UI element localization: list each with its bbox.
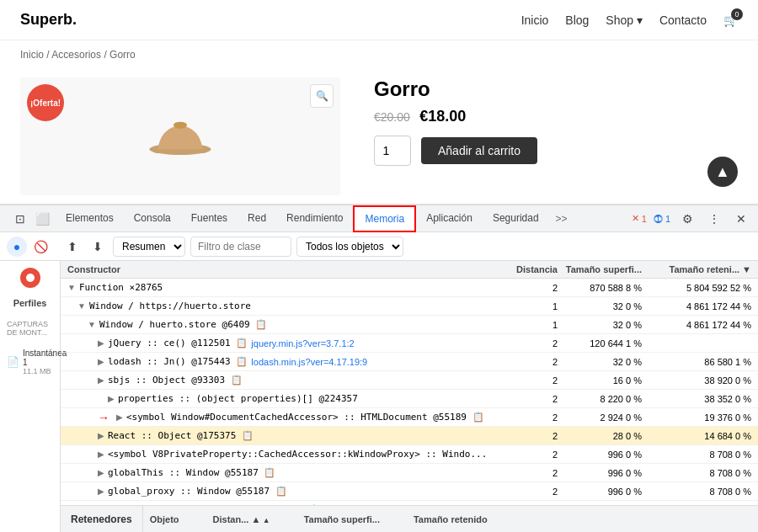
objects-select[interactable]: Todos los objetos	[296, 237, 403, 257]
devtools-device-icon[interactable]: ⬜	[32, 209, 52, 229]
retained-size-cell: 14 684 0 %	[642, 431, 751, 441]
nav-inicio[interactable]: Inicio	[521, 13, 549, 27]
tree-expand-icon[interactable]: ▶	[98, 357, 104, 366]
tree-expand-icon[interactable]: ▶	[98, 487, 104, 496]
tree-expand-icon[interactable]: ▶	[108, 394, 115, 403]
row-name: properties :: (object properties)[] @224…	[118, 393, 358, 404]
bottom-col-distance: Distan... ▲	[213, 514, 270, 524]
constructor-cell: ▶properties :: (object properties)[] @22…	[67, 393, 490, 404]
row-name: <symbol V8PrivateProperty::CachedAccesso…	[108, 449, 487, 460]
table-row[interactable]: ▶sbjs :: Object @93303 📋216 0 %38 920 0 …	[61, 371, 758, 390]
record-heap-button[interactable]: ●	[7, 237, 27, 257]
tab-elementos[interactable]: Elementos	[56, 205, 124, 232]
shop-chevron-icon: ▾	[637, 13, 643, 27]
snapshot-item[interactable]: 📄 Instantánea 1 11.1 MB	[0, 345, 60, 379]
add-to-cart-button[interactable]: Añadir al carrito	[421, 137, 537, 164]
table-row[interactable]: ▶<symbol V8PrivateProperty::CachedAccess…	[61, 445, 758, 464]
hat-image	[147, 115, 214, 157]
more-options-icon[interactable]: ⋮	[704, 209, 724, 229]
settings-gear-icon[interactable]: ⚙	[677, 209, 697, 229]
distance-cell: 2	[490, 431, 558, 441]
row-name: Window / https://huerto.store	[89, 301, 251, 311]
more-tabs-button[interactable]: >>	[549, 213, 574, 225]
tab-memoria[interactable]: Memoria	[353, 205, 416, 232]
tab-rendimiento[interactable]: Rendimiento	[276, 205, 353, 232]
retained-size-cell: 4 861 172 44 %	[642, 301, 751, 311]
class-filter-input[interactable]	[190, 237, 291, 257]
row-name: sbjs :: Object @93303 📋	[108, 375, 243, 386]
table-row[interactable]: →▶<symbol Window#DocumentCachedAccessor>…	[61, 408, 758, 427]
scroll-top-button[interactable]: ▲	[707, 157, 738, 187]
tree-expand-icon[interactable]: ▶	[98, 450, 104, 459]
clear-button[interactable]: 🚫	[30, 237, 51, 257]
col-retained-size: Tamaño reteni... ▼	[642, 264, 751, 274]
toolbar-action-icons: ● 🚫	[7, 237, 51, 257]
tab-consola[interactable]: Consola	[124, 205, 181, 232]
row-source-link[interactable]: lodash.min.js?ver=4.17.19:9	[251, 357, 367, 367]
download-icon[interactable]: ⬇	[88, 237, 108, 257]
product-info: Gorro €20.00 €18.00 Añadir al carrito	[374, 77, 738, 166]
devtools-side-panel: Perfiles CAPTURAS DE MONT... 📄 Instantán…	[0, 261, 61, 532]
image-search-button[interactable]: 🔍	[310, 84, 334, 108]
devtools-main-panel: Constructor Distancia Tamaño superfi... …	[61, 261, 758, 532]
row-source-link[interactable]: jquery.min.js?ver=3.7.1:2	[251, 338, 354, 348]
table-row[interactable]: ▶properties :: (object properties)[] @22…	[61, 390, 758, 408]
surface-size-cell: 120 644 1 %	[558, 338, 642, 348]
table-row[interactable]: ▶global_proxy :: Window @55187 📋2996 0 %…	[61, 482, 758, 501]
retained-size-cell: 5 804 592 52 %	[642, 283, 751, 293]
table-row[interactable]: ▼Function ×287652870 588 8 %5 804 592 52…	[61, 279, 758, 297]
take-snapshot-button[interactable]	[20, 268, 40, 288]
table-row[interactable]: ▶lodash :: Jn() @175443 📋 lodash.min.js?…	[61, 353, 758, 371]
constructor-cell: ▶React :: Object @175375 📋	[67, 430, 490, 441]
table-row[interactable]: ▼Window / https://huerto.store132 0 %4 8…	[61, 297, 758, 316]
constructor-cell: ▶sbjs :: Object @93303 📋	[67, 375, 490, 386]
constructor-cell: ▼Window / https://huerto.store	[67, 301, 490, 311]
nav-blog[interactable]: Blog	[565, 13, 589, 27]
tab-aplicacion[interactable]: Aplicación	[416, 205, 483, 232]
constructor-cell: ▶global_proxy :: Window @55187 📋	[67, 486, 490, 497]
devtools-right-controls: ✕ 1 ⓵ 1 ⚙ ⋮ ✕	[632, 209, 751, 229]
retained-size-cell: 8 708 0 %	[642, 468, 751, 478]
constructor-cell: ▶globalThis :: Window @55187 📋	[67, 467, 490, 478]
table-row[interactable]: ▼Window / huerto.store @6409 📋132 0 %4 8…	[61, 316, 758, 334]
tree-expand-icon[interactable]: ▶	[98, 375, 104, 385]
distance-cell: 2	[490, 450, 558, 460]
quantity-input[interactable]	[374, 136, 411, 166]
retained-size-cell: 86 580 1 %	[642, 357, 751, 367]
tab-fuentes[interactable]: Fuentes	[181, 205, 238, 232]
tree-expand-icon[interactable]: ▶	[98, 338, 104, 348]
tab-seguridad[interactable]: Seguridad	[483, 205, 549, 232]
bottom-col-surface: Tamaño superfi...	[304, 514, 380, 524]
tree-expand-icon[interactable]: ▶	[98, 468, 104, 477]
cart-icon[interactable]: 🛒 0	[723, 13, 738, 27]
view-select[interactable]: Resumen	[113, 237, 185, 257]
table-row[interactable]: ▶globalThis :: Window @55187 📋2996 0 %8 …	[61, 464, 758, 482]
distance-cell: 2	[490, 283, 558, 293]
add-to-cart-row: Añadir al carrito	[374, 136, 738, 166]
row-name: Window / huerto.store @6409 📋	[99, 319, 267, 330]
table-row[interactable]: ▶jQuery :: ce() @112501 📋 jquery.min.js?…	[61, 334, 758, 353]
tree-expand-icon[interactable]: ▼	[67, 283, 76, 292]
snapshot-icon: 📄	[7, 356, 19, 368]
table-row[interactable]: ▶React :: Object @175375 📋228 0 %14 684 …	[61, 427, 758, 445]
devtools-pointer-icon[interactable]: ⊡	[10, 209, 30, 229]
nav-shop[interactable]: Shop ▾	[606, 13, 643, 27]
surface-size-cell: 996 0 %	[558, 450, 642, 460]
nav-contacto[interactable]: Contacto	[659, 13, 707, 27]
tab-red[interactable]: Red	[238, 205, 276, 232]
surface-size-cell: 996 0 %	[558, 487, 642, 497]
tree-expand-icon[interactable]: ▼	[77, 301, 86, 311]
table-body: ▼Function ×287652870 588 8 %5 804 592 52…	[61, 279, 758, 505]
distance-cell: 2	[490, 375, 558, 386]
price-new: €18.00	[419, 108, 466, 125]
upload-icon[interactable]: ⬆	[62, 237, 83, 257]
tree-expand-icon[interactable]: ▶	[116, 412, 123, 422]
row-arrow-indicator: →	[98, 411, 109, 424]
tree-expand-icon[interactable]: ▼	[88, 320, 96, 329]
row-name: Function ×28765	[79, 282, 163, 293]
close-devtools-button[interactable]: ✕	[731, 209, 751, 229]
tree-expand-icon[interactable]: ▶	[98, 431, 104, 440]
constructor-cell: ▶jQuery :: ce() @112501 📋 jquery.min.js?…	[67, 338, 490, 348]
distance-cell: 2	[490, 487, 558, 497]
product-area: ¡Oferta! 🔍 Gorro €20.00 €18.00 Añadir al…	[0, 69, 758, 204]
